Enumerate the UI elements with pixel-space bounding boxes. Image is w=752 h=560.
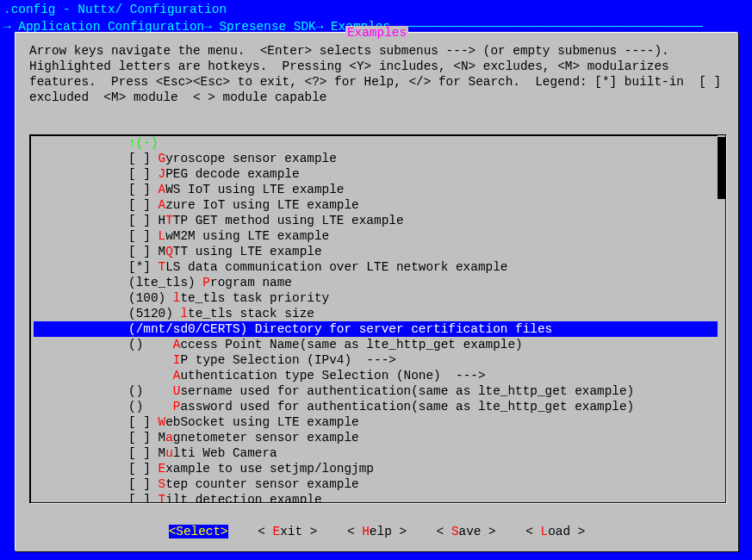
menu-item[interactable]: [ ] AWS IoT using LTE example (34, 182, 722, 197)
menu-item-label: te_tls stack size (188, 307, 314, 320)
dialog-frame: Examples Arrow keys navigate the menu. <… (16, 33, 738, 551)
menu-item[interactable]: [ ] Gyroscope sensor example (34, 151, 722, 166)
menu-item-hotkey: l (180, 307, 188, 320)
menu-item[interactable]: [*] TLS data communication over LTE netw… (34, 259, 722, 275)
menu-item-prefix: [*] (128, 260, 158, 274)
save-button[interactable]: < Save > (437, 525, 496, 538)
menu-item-hotkey: L (158, 229, 166, 243)
menu-item-hotkey: S (158, 477, 166, 491)
menu-item[interactable]: () Username used for authentication(same… (34, 383, 722, 399)
menu-item-prefix: () (128, 338, 173, 352)
menu-item[interactable]: [ ] Example to use setjmp/longjmp (34, 461, 722, 476)
menu-item-hotkey: a (165, 431, 173, 445)
menu-item-prefix (128, 369, 173, 383)
menu-item[interactable]: [ ] Magnetometer sensor example (34, 430, 722, 445)
menu-item-label: P type Selection (IPv4) ---> (180, 353, 395, 367)
menu-item-label: TT using LTE example (173, 245, 322, 258)
menu-item-prefix: (/mnt/sd0/CERTS) (128, 322, 255, 336)
menu-item-prefix: () (128, 384, 173, 398)
scroll-up-indicator: ↑(-) (34, 135, 722, 151)
menu-item[interactable]: Authentication type Selection (None) ---… (34, 368, 722, 383)
help-button[interactable]: < Help > (347, 525, 407, 538)
menu-item[interactable]: [ ] MQTT using LTE example (34, 244, 722, 259)
menu-item-label: TP GET method using LTE example (173, 214, 404, 227)
menu-item-prefix: [ ] M (128, 431, 165, 445)
menu-item-prefix: (5120) (128, 307, 180, 320)
menu-item[interactable]: [ ] Step counter sensor example (34, 476, 722, 492)
menu-box: ↑(-)[ ] Gyroscope sensor example[ ] JPEG… (29, 134, 726, 503)
scrollbar[interactable] (718, 135, 726, 502)
menu-item-hotkey: T (158, 260, 166, 274)
menu-item-label: tep counter sensor example (165, 477, 359, 491)
load-button[interactable]: < Load > (525, 525, 585, 538)
menu-item-hotkey: E (158, 462, 166, 476)
button-bar: <Select> < Exit > < Help > < Save > < Lo… (16, 524, 738, 539)
menu-item[interactable]: IP type Selection (IPv4) ---> (34, 352, 722, 368)
dialog-title: Examples (16, 25, 738, 40)
menu-item-prefix: (lte_tls) (128, 276, 202, 289)
menu-item-hotkey: P (202, 276, 210, 289)
menu-item-label: zure IoT using LTE example (165, 198, 359, 212)
menu-item-label: xample to use setjmp/longjmp (165, 462, 374, 476)
menu-item-label: ccess Point Name(same as lte_http_get ex… (180, 338, 522, 352)
menu-item-prefix: [ ] M (128, 245, 165, 258)
menu-item-hotkey: T (165, 214, 173, 227)
menu-item-prefix: [ ] (128, 493, 158, 503)
help-text: Arrow keys navigate the menu. <Enter> se… (16, 33, 738, 107)
menu-item-label: assword used for authentication(same as … (180, 400, 634, 414)
select-button[interactable]: <Select> (169, 525, 228, 538)
menu-item[interactable]: () Access Point Name(same as lte_http_ge… (34, 337, 722, 352)
exit-button[interactable]: < Exit > (258, 525, 317, 538)
menu-item-label: PEG decode example (165, 167, 299, 181)
menu-item-hotkey: A (158, 183, 166, 196)
menu-item-prefix: [ ] (128, 415, 158, 429)
menu-item-label: lti Web Camera (173, 446, 277, 460)
menu-item-hotkey: T (158, 493, 166, 503)
menu-item[interactable]: [ ] HTTP GET method using LTE example (34, 213, 722, 228)
menu-item-prefix: [ ] M (128, 446, 165, 460)
menu-item-prefix: () (128, 400, 173, 414)
menu-item-label: rogram name (210, 276, 292, 289)
menu-item[interactable]: () Password used for authentication(same… (34, 399, 722, 414)
menu-item[interactable]: (5120) lte_tls stack size (34, 306, 722, 321)
menu-item-label: ebSocket using LTE example (165, 415, 359, 429)
menu-item-prefix: [ ] (128, 183, 158, 196)
menu-item-label: wM2M using LTE example (165, 229, 329, 243)
menu-item-label: irectory for server certification files (262, 322, 552, 336)
menu-item-label: te_tls task priority (180, 291, 329, 305)
menu-item-prefix: [ ] (128, 198, 158, 212)
menu-item-prefix (128, 353, 173, 367)
menu-item-prefix: [ ] (128, 229, 158, 243)
menu-item-label: sername used for authentication(same as … (180, 384, 634, 398)
menu-item-label: gnetometer sensor example (173, 431, 359, 445)
menu-item-label: ilt detection example (165, 493, 321, 503)
menu-item[interactable]: [ ] JPEG decode example (34, 166, 722, 182)
menu-item[interactable]: [ ] WebSocket using LTE example (34, 414, 722, 430)
window-title: .config - Nuttx/ Configuration (0, 0, 752, 17)
menu-item-hotkey: W (158, 415, 166, 429)
menu-item[interactable]: (/mnt/sd0/CERTS) Directory for server ce… (34, 321, 722, 337)
menu-item-hotkey: G (158, 152, 166, 165)
menu-item[interactable]: (100) lte_tls task priority (34, 290, 722, 306)
menu-item-prefix: (100) (128, 291, 173, 305)
scroll-thumb[interactable] (718, 137, 726, 199)
menu-item-prefix: [ ] H (128, 214, 165, 227)
menu-item-hotkey: Q (165, 245, 173, 258)
menu-item-prefix: [ ] (128, 167, 158, 181)
menu-item-prefix: [ ] (128, 152, 158, 165)
menu-item-prefix: [ ] (128, 477, 158, 491)
menu-item-label: uthentication type Selection (None) ---> (180, 369, 485, 383)
menu-item[interactable]: [ ] LwM2M using LTE example (34, 228, 722, 244)
menu-item[interactable]: [ ] Multi Web Camera (34, 445, 722, 461)
menu-item[interactable]: (lte_tls) Program name (34, 275, 722, 290)
menu-item-label: LS data communication over LTE network e… (165, 260, 507, 274)
menu-item-label: WS IoT using LTE example (165, 183, 344, 196)
menu-item[interactable]: [ ] Azure IoT using LTE example (34, 197, 722, 213)
menu-item-hotkey: J (158, 167, 166, 181)
menu-item-label: yroscope sensor example (165, 152, 337, 165)
menu-item-prefix: [ ] (128, 462, 158, 476)
menu-item-hotkey: A (158, 198, 166, 212)
menu-item-hotkey: u (165, 446, 173, 460)
menu-item[interactable]: [ ] Tilt detection example (34, 492, 722, 503)
